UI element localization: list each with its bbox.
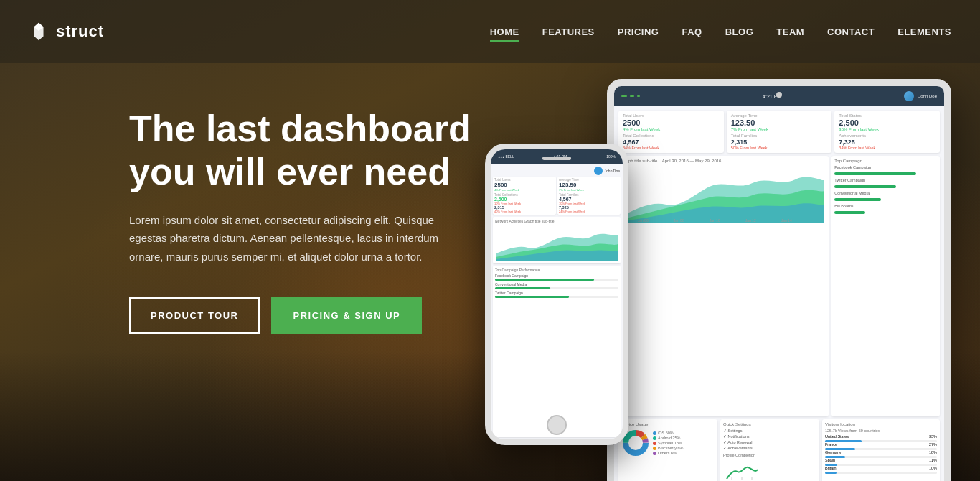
- device-legend: iOS 50% Android 25% Symbian 13% Blackber…: [653, 431, 683, 455]
- dashboard-tablet: 4:21 PM John Doe Total Users 2500 4% Fr: [614, 86, 944, 481]
- pct-es: 11%: [929, 458, 937, 462]
- device-usage-card: Device Usage iOS 50% Andr: [618, 419, 717, 481]
- nav-links: HOME FEATURES PRICING FAQ BLOG TEAM CONT…: [490, 27, 951, 37]
- username: John Doe: [918, 94, 937, 98]
- svg-text:Jan 06: Jan 06: [638, 218, 649, 223]
- svg-text:Jan 08: Jan 08: [674, 218, 684, 223]
- campaign-name-fb: Facebook Campaign: [834, 165, 871, 169]
- stat-value-1: 2500: [623, 118, 720, 127]
- hero-description: Lorem ipsum dolor sit amet, consectetur …: [129, 211, 459, 266]
- tablet-device: 4:21 PM John Doe Total Users 2500 4% Fr: [607, 79, 951, 481]
- stat-total-users: Total Users 2500 4% From last Week Total…: [618, 111, 724, 153]
- bar-gb: [825, 472, 837, 474]
- tablet-camera: [776, 92, 782, 98]
- main-chart-area: Graph title sub-title April 30, 2016 — M…: [618, 156, 829, 416]
- stats-row: Total Users 2500 4% From last Week Total…: [614, 106, 944, 156]
- phone-avatar: [594, 167, 603, 175]
- country-us: United States: [825, 434, 849, 439]
- stat-value-3b: 7,325: [839, 139, 936, 146]
- phone-stat-val-2: 123.50: [559, 182, 619, 188]
- logo-icon: [29, 22, 49, 42]
- product-tour-button[interactable]: PRODUCT TOUR: [129, 297, 260, 334]
- visitors-title: Visitors location: [825, 422, 937, 426]
- phone-bar-1: [495, 279, 594, 281]
- phone-campaign: Top Campaign Performance Facebook Campai…: [493, 266, 621, 437]
- device-title: Device Usage: [621, 422, 715, 426]
- stat-label-1: Total Users: [623, 113, 720, 118]
- nav-features[interactable]: FEATURES: [542, 27, 595, 37]
- stat-label-3b: Achievements: [839, 134, 936, 138]
- phone-stat-sub-2c: 24% From last Week: [559, 210, 619, 213]
- svg-text:Jan 10: Jan 10: [710, 218, 720, 223]
- visitor-de: Germany18%: [825, 450, 937, 454]
- profile-completion: Profile Completion $4,000 $8,000: [723, 453, 816, 481]
- pct-gb: 10%: [929, 466, 937, 470]
- country-gb: Britain: [825, 466, 837, 470]
- nav-faq[interactable]: FAQ: [682, 27, 702, 37]
- hero-title: The last dashboard you will ever need: [129, 108, 517, 194]
- phone-stat-1: Total Users 2500 4% From last Week Total…: [493, 177, 556, 215]
- campaign-panel: Top Campaign... Facebook Campaign Twitte…: [831, 156, 940, 416]
- stat-value-2b: 2,315: [731, 139, 828, 146]
- pricing-signup-button[interactable]: PRICING & SIGN UP: [271, 297, 422, 334]
- phone-chart-title: Network Activities Graph title sub-title: [495, 219, 618, 223]
- logo[interactable]: struct: [29, 22, 104, 42]
- phone-stats: Total Users 2500 4% From last Week Total…: [491, 177, 623, 215]
- phone-stat-sub-1c: 40% From last Week: [494, 210, 555, 213]
- charts-row: Graph title sub-title April 30, 2016 — M…: [614, 156, 944, 419]
- pct-fr: 27%: [929, 442, 937, 447]
- settings-list: ✓ Settings ✓ Notifications ✓ Auto Renewa…: [723, 429, 816, 450]
- devices-area: 4:21 PM John Doe Total Users 2500 4% Fr: [463, 57, 980, 481]
- country-de: Germany: [825, 450, 842, 454]
- campaign-name-bb: Bill Boards: [834, 204, 853, 208]
- stat-total-states: Total States 2,500 36% From last Week Ac…: [834, 111, 940, 153]
- phone-home-button[interactable]: [547, 415, 567, 435]
- campaign-bar-bb: [834, 211, 865, 214]
- nav-elements[interactable]: ELEMENTS: [897, 27, 951, 37]
- visitor-gb: Britain10%: [825, 466, 937, 470]
- visitor-us: United States33%: [825, 434, 937, 439]
- campaign-name-tw: Twitter Campaign: [834, 178, 865, 182]
- campaign-item-tw: Twitter Campaign: [834, 178, 937, 182]
- stat-sub-1b: 34% From last Week: [623, 146, 720, 150]
- campaign-name-cm: Conventional Media: [834, 191, 870, 195]
- nav-team[interactable]: TEAM: [776, 27, 804, 37]
- phone-campaign-title: Top Campaign Performance: [495, 268, 618, 272]
- campaign-item-cm: Conventional Media: [834, 191, 937, 195]
- country-fr: France: [825, 442, 837, 447]
- hero-content: The last dashboard you will ever need Lo…: [129, 108, 517, 334]
- phone-bar-3: [495, 296, 569, 298]
- stat-value-1b: 4,567: [623, 139, 720, 146]
- nav-home[interactable]: HOME: [490, 27, 519, 37]
- nav-blog[interactable]: BLOG: [725, 27, 754, 37]
- hero-buttons: PRODUCT TOUR PRICING & SIGN UP: [129, 297, 517, 334]
- phone-username: John Doe: [605, 169, 620, 173]
- user-avatar: [904, 91, 914, 101]
- stat-value-3: 2,500: [839, 118, 936, 127]
- logo-text: struct: [56, 22, 104, 41]
- tablet-screen: 4:21 PM John Doe Total Users 2500 4% Fr: [614, 86, 944, 481]
- phone-speaker: [542, 157, 571, 160]
- stat-label-2: Average Time: [731, 113, 828, 118]
- navbar: struct HOME FEATURES PRICING FAQ BLOG TE…: [0, 0, 980, 63]
- phone-stat-val-1: 2500: [494, 182, 555, 188]
- campaign-item-fb: Facebook Campaign: [834, 165, 937, 169]
- quick-settings-card: Quick Settings ✓ Settings ✓ Notification…: [720, 419, 819, 481]
- dashboard-phone: ●●● BELL 4:21 PM 100% John Doe Total Use…: [491, 149, 623, 439]
- phone-camp-2: Conventional Media: [495, 282, 618, 286]
- quick-title: Quick Settings: [723, 422, 816, 426]
- phone-stat-val-1b: 2,500: [494, 197, 555, 202]
- svg-text:$4,000: $4,000: [729, 479, 738, 480]
- campaign-title: Top Campaign...: [834, 159, 937, 163]
- svg-text:Jan 14: Jan 14: [781, 218, 792, 223]
- area-chart-svg: Jan 06 Jan 08 Jan 10 Jan 12 Jan 14: [621, 165, 826, 223]
- stat-sub-3b: 34% From last Week: [839, 146, 936, 150]
- nav-contact[interactable]: CONTACT: [827, 27, 875, 37]
- stat-label-2b: Total Families: [731, 134, 828, 138]
- campaign-item-bb: Bill Boards: [834, 204, 937, 208]
- nav-pricing[interactable]: PRICING: [618, 27, 659, 37]
- phone-user-row: John Doe: [491, 164, 623, 177]
- pct-de: 18%: [929, 450, 937, 454]
- visitor-fr: France27%: [825, 442, 937, 447]
- visitor-es: Spain11%: [825, 458, 937, 462]
